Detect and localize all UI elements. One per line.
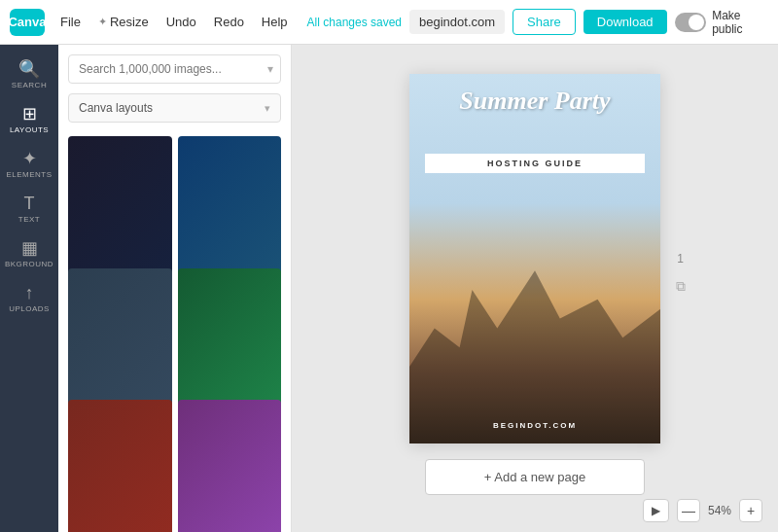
search-icon: 🔍 — [18, 60, 40, 78]
saved-status: All changes saved — [307, 16, 402, 29]
add-page-button[interactable]: + Add a new page — [425, 459, 645, 495]
panel: ▾ Canva layouts ▾ FREE FREE FREE FREE FR… — [58, 45, 292, 532]
resize-icon: ✦ — [98, 16, 107, 28]
canvas-title-area: Summer Party — [409, 88, 660, 116]
search-input-wrapper: ▾ — [68, 54, 281, 84]
download-button[interactable]: Download — [584, 10, 667, 34]
sidebar-uploads-label: UPLOADS — [9, 304, 50, 313]
layout-dropdown[interactable]: Canva layouts ▾ — [68, 93, 281, 123]
sidebar-layouts-label: LAYOUTS — [10, 125, 49, 134]
toggle-thumb — [689, 15, 704, 30]
sidebar-item-layouts[interactable]: ⊞ LAYOUTS — [0, 97, 58, 142]
topbar: Canva File ✦ Resize Undo Redo Help All c… — [0, 0, 778, 45]
canvas-watermark: BEGINDOT.COM — [409, 421, 660, 430]
share-button[interactable]: Share — [513, 9, 576, 35]
sidebar-search-label: SEARCH — [12, 81, 47, 89]
canvas-subtitle-text: HOSTING GUIDE — [433, 159, 637, 168]
panel-search-section: ▾ — [58, 45, 291, 93]
dropdown-arrow-icon: ▾ — [265, 102, 270, 115]
copy-page-button[interactable]: ⧉ — [676, 278, 686, 295]
layout-card-3[interactable]: FREE — [68, 268, 172, 416]
sidebar-background-label: BKGROUND — [5, 260, 53, 268]
layout-card-1[interactable]: FREE — [68, 136, 172, 284]
redo-menu-item[interactable]: Redo — [206, 11, 252, 33]
layout-dropdown-label: Canva layouts — [79, 101, 153, 115]
zoom-minus-button[interactable]: — — [677, 499, 700, 522]
present-icon: ▶ — [652, 504, 660, 517]
topbar-right: begindot.com Share Download Make public — [409, 9, 768, 36]
sidebar-item-text[interactable]: T TEXT — [0, 187, 58, 231]
sidebar-item-uploads[interactable]: ↑ UPLOADS — [0, 276, 58, 321]
canvas-subtitle-area: HOSTING GUIDE — [425, 154, 645, 173]
sidebar-item-background[interactable]: ▦ BKGROUND — [0, 231, 58, 276]
layout-card-5[interactable]: FREE — [68, 400, 172, 532]
file-menu-item[interactable]: File — [53, 11, 88, 33]
sidebar-item-search[interactable]: 🔍 SEARCH — [0, 53, 58, 97]
page-number: 1 — [677, 252, 684, 266]
uploads-icon: ↑ — [25, 284, 34, 301]
layouts-icon: ⊞ — [22, 105, 37, 123]
search-dropdown-icon: ▾ — [267, 62, 273, 76]
make-public-label: Make public — [712, 9, 768, 36]
main-layout: 🔍 SEARCH ⊞ LAYOUTS ✦ ELEMENTS T TEXT ▦ B… — [0, 45, 778, 532]
canvas-area: Summer Party HOSTING GUIDE BEGINDOT.COM … — [292, 45, 778, 532]
sidebar-elements-label: ELEMENTS — [6, 170, 52, 179]
present-button[interactable]: ▶ — [643, 499, 669, 522]
sidebar-text-label: TEXT — [18, 215, 40, 224]
canvas-frame[interactable]: Summer Party HOSTING GUIDE BEGINDOT.COM — [409, 74, 660, 443]
canvas-silhouette — [409, 251, 660, 443]
background-icon: ▦ — [21, 239, 38, 257]
layouts-grid: FREE FREE FREE FREE FREE FREE — [58, 130, 291, 532]
layout-card-2[interactable]: FREE — [178, 136, 282, 284]
layout-card-4[interactable]: FREE — [178, 268, 282, 416]
zoom-plus-button[interactable]: + — [739, 499, 762, 522]
canva-logo[interactable]: Canva — [10, 9, 45, 36]
sidebar: 🔍 SEARCH ⊞ LAYOUTS ✦ ELEMENTS T TEXT ▦ B… — [0, 45, 58, 532]
canvas-wrap: Summer Party HOSTING GUIDE BEGINDOT.COM … — [409, 74, 660, 443]
bottom-bar: ▶ — 54% + — [643, 499, 762, 522]
username-button[interactable]: begindot.com — [409, 10, 505, 34]
resize-menu-item[interactable]: ✦ Resize — [90, 11, 157, 33]
zoom-level: 54% — [708, 504, 731, 517]
canvas-main-title: Summer Party — [409, 88, 660, 116]
help-menu-item[interactable]: Help — [254, 11, 296, 33]
elements-icon: ✦ — [22, 150, 37, 167]
undo-menu-item[interactable]: Undo — [159, 11, 204, 33]
text-icon: T — [24, 195, 35, 212]
topbar-menu: File ✦ Resize Undo Redo Help — [53, 11, 296, 33]
toggle-track — [675, 13, 707, 32]
canva-logo-text: Canva — [8, 15, 46, 29]
canvas-photo-bg — [409, 203, 660, 443]
sidebar-item-elements[interactable]: ✦ ELEMENTS — [0, 142, 58, 187]
make-public-toggle[interactable]: Make public — [675, 9, 768, 36]
search-input[interactable] — [68, 54, 281, 84]
layout-card-6[interactable]: FREE — [178, 400, 282, 532]
